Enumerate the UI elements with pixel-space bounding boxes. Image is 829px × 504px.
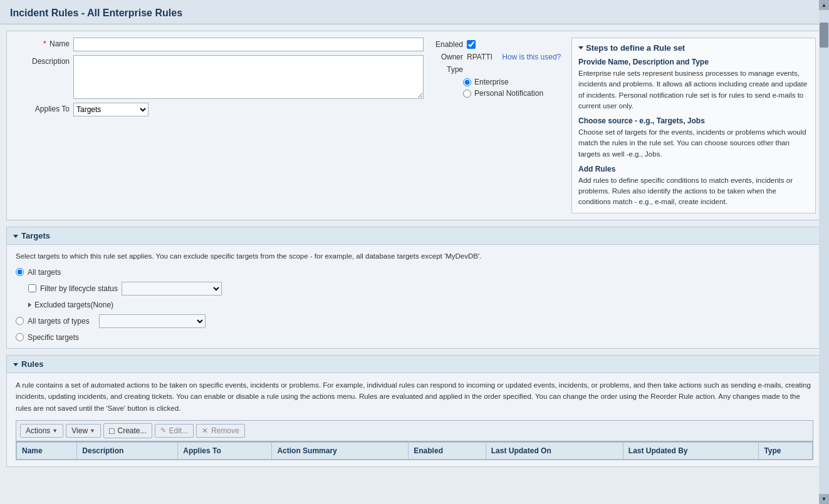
help-section3-text: Add rules to define specific conditions …	[578, 175, 809, 208]
description-textarea[interactable]	[73, 55, 424, 99]
rules-desc: A rule contains a set of automated actio…	[16, 379, 813, 414]
targets-title: Targets	[21, 231, 50, 240]
rules-title: Rules	[21, 359, 43, 369]
page-title: Incident Rules - All Enterprise Rules	[0, 0, 829, 24]
scroll-thumb[interactable]	[820, 23, 828, 48]
table-header-row: Name Description Applies To Action Summa…	[17, 442, 813, 459]
type-label: Type	[429, 65, 463, 74]
enterprise-radio[interactable]	[463, 78, 471, 86]
remove-button[interactable]: ✕ Remove	[196, 424, 245, 438]
form-area: * Name Description Applies To	[13, 38, 424, 213]
page-title-text: Incident Rules - All Enterprise Rules	[10, 8, 182, 18]
all-targets-label: All targets	[28, 268, 61, 277]
remove-icon: ✕	[202, 426, 208, 435]
collapse-icon[interactable]	[578, 46, 583, 49]
enabled-label: Enabled	[429, 40, 463, 49]
rules-table-container: Name Description Applies To Action Summa…	[16, 441, 813, 460]
personal-radio[interactable]	[463, 90, 471, 98]
view-button[interactable]: View ▼	[66, 424, 101, 438]
help-section1-title: Provide Name, Description and Type	[578, 58, 809, 66]
enabled-row: Enabled	[429, 40, 566, 49]
rules-table: Name Description Applies To Action Summa…	[16, 442, 813, 460]
col-action-summary: Action Summary	[272, 442, 409, 459]
targets-body: Select targets to which this rule set ap…	[7, 245, 822, 348]
help-section2-text: Choose set of targets for the events, in…	[578, 127, 809, 160]
applies-to-row: Applies To Targets Jobs	[13, 103, 424, 116]
help-section3-title: Add Rules	[578, 165, 809, 173]
excluded-expand-icon[interactable]	[28, 302, 31, 307]
col-type: Type	[759, 442, 813, 459]
all-targets-types-label: All targets of types	[28, 317, 90, 326]
col-last-updated-by: Last Updated By	[623, 442, 759, 459]
targets-header: Targets	[7, 227, 822, 245]
filter-row: Filter by lifecycle status	[28, 282, 813, 296]
name-input[interactable]	[73, 38, 424, 51]
required-star: *	[43, 39, 46, 48]
col-last-updated-on: Last Updated On	[486, 442, 623, 459]
rules-header: Rules	[7, 356, 822, 373]
specific-targets-row: Specific targets	[16, 333, 813, 342]
applies-to-select[interactable]: Targets Jobs	[73, 103, 149, 116]
rules-collapse-icon[interactable]	[13, 361, 18, 368]
actions-dropdown-arrow: ▼	[52, 428, 58, 434]
name-label: * Name	[13, 38, 70, 48]
specific-targets-label: Specific targets	[28, 333, 79, 342]
how-is-used-link[interactable]: How is this used?	[502, 53, 561, 61]
owner-label: Owner	[429, 53, 463, 61]
filter-checkbox[interactable]	[28, 284, 36, 292]
enabled-checkbox[interactable]	[467, 40, 476, 49]
actions-button[interactable]: Actions ▼	[20, 424, 63, 438]
personal-radio-row: Personal Notification	[463, 89, 566, 98]
filter-label: Filter by lifecycle status	[40, 284, 118, 293]
scroll-down-btn[interactable]: ▼	[819, 494, 829, 504]
create-icon: □	[109, 426, 114, 436]
scroll-up-btn[interactable]: ▲	[819, 0, 829, 10]
owner-row: Owner RPATTI How is this used?	[429, 53, 566, 61]
type-label-row: Type	[429, 65, 566, 74]
rules-toolbar: Actions ▼ View ▼ □ Create... ✎ Edit...	[16, 420, 813, 441]
types-select[interactable]	[99, 314, 206, 328]
specific-targets-radio[interactable]	[16, 333, 24, 341]
help-section1-text: Enterprise rule sets represent business …	[578, 68, 809, 111]
applies-to-label: Applies To	[13, 103, 70, 113]
targets-options: All targets Filter by lifecycle status E…	[16, 268, 813, 342]
edit-icon: ✎	[160, 426, 166, 435]
name-label-text: Name	[50, 39, 70, 48]
excluded-row: Excluded targets(None)	[28, 301, 813, 309]
personal-label: Personal Notification	[474, 89, 543, 98]
main-container: Incident Rules - All Enterprise Rules * …	[0, 0, 829, 504]
rules-section: Rules A rule contains a set of automated…	[6, 355, 823, 467]
targets-collapse-icon[interactable]	[13, 232, 18, 239]
description-row: Description	[13, 55, 424, 99]
all-targets-row: All targets	[16, 268, 813, 277]
excluded-label: Excluded targets(None)	[34, 301, 113, 309]
col-enabled: Enabled	[409, 442, 486, 459]
description-label: Description	[13, 55, 70, 66]
view-dropdown-arrow: ▼	[90, 428, 95, 434]
col-description: Description	[77, 442, 178, 459]
type-radio-group: Enterprise Personal Notification	[463, 78, 566, 98]
enterprise-label: Enterprise	[474, 78, 509, 86]
all-targets-types-row: All targets of types	[16, 314, 813, 328]
owner-value: RPATTI	[467, 53, 493, 61]
targets-desc: Select targets to which this rule set ap…	[16, 251, 813, 262]
scrollbar[interactable]: ▲ ▼	[819, 0, 829, 504]
name-row: * Name	[13, 38, 424, 51]
col-applies-to: Applies To	[178, 442, 272, 459]
filter-select[interactable]	[122, 282, 222, 296]
edit-button[interactable]: ✎ Edit...	[155, 424, 194, 438]
all-targets-types-radio[interactable]	[16, 317, 24, 325]
rules-body: A rule contains a set of automated actio…	[7, 373, 822, 466]
scroll-track[interactable]	[819, 10, 829, 494]
targets-section: Targets Select targets to which this rul…	[6, 227, 823, 349]
help-title: Steps to define a Rule set	[578, 43, 809, 53]
help-panel: Steps to define a Rule set Provide Name,…	[571, 38, 816, 213]
all-targets-radio[interactable]	[16, 268, 24, 276]
create-button[interactable]: □ Create...	[103, 423, 152, 438]
main-content: * Name Description Applies To	[0, 24, 829, 467]
help-section2-title: Choose source - e.g., Targets, Jobs	[578, 116, 809, 125]
top-section: * Name Description Applies To	[6, 31, 823, 220]
col-name: Name	[17, 442, 77, 459]
enterprise-radio-row: Enterprise	[463, 78, 566, 86]
right-options: Enabled Owner RPATTI How is this used?	[429, 38, 566, 213]
